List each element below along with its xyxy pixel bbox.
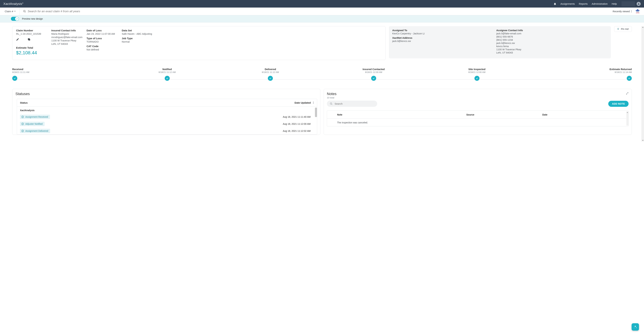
avatar-icon[interactable] [636, 2, 641, 6]
recently-viewed-menu[interactable]: Recently viewed [613, 10, 632, 13]
xactnet-value: jack.li@kevco.xw [392, 40, 493, 42]
claim-search-input[interactable] [27, 10, 613, 13]
add-note-button[interactable]: ADD NOTE [608, 101, 628, 107]
timeline-check-icon [268, 76, 273, 81]
search-bar: Claim # Recently viewed Safe HAVEN [0, 8, 644, 15]
claim-selector-label: Claim # [5, 10, 13, 13]
timeline-check-icon [371, 76, 376, 81]
status-chip-label: Assignment Received [25, 116, 48, 118]
page-scrollbar[interactable] [642, 26, 644, 142]
status-row: Assignment Delivered Aug 18, 2021 11:12:… [17, 128, 316, 134]
status-timeline: Received 8/18/21 11:11 AMNotified 8/18/2… [12, 68, 632, 74]
profile-name-placeholder [622, 1, 635, 6]
notes-col-date: Date [542, 113, 618, 116]
nav-reports[interactable]: Reports [579, 2, 588, 5]
timeline-step: Received 8/18/21 11:11 AM [12, 68, 116, 74]
timeline-step-date: 8/18/21 12:00 AM [365, 71, 382, 74]
svg-rect-1 [28, 38, 30, 40]
timeline-step-label: Received [12, 68, 23, 70]
preview-toggle[interactable] [11, 17, 19, 21]
status-col-date: Date Updated [294, 101, 311, 104]
note-row[interactable]: The inspection was canceled. [327, 118, 628, 126]
timeline-line [12, 79, 632, 80]
timeline-step: Insured Contacted 8/18/21 12:00 AM [322, 68, 425, 74]
statuses-panel: Statuses Status Date Updated XactAnalysi… [12, 89, 320, 135]
status-chip[interactable]: Adjuster Notified [20, 122, 44, 126]
pin-icon [617, 28, 619, 30]
data-set-value: Safe Haven - ABC Adjusting [122, 32, 382, 35]
status-chip-label: Assignment Delivered [25, 130, 48, 132]
timeline-step: Estimate Returned 8/18/21 11:14 AM [528, 68, 632, 74]
expand-icon[interactable] [626, 92, 628, 95]
svg-point-3 [22, 123, 24, 125]
claim-number-label: Claim Number [16, 29, 50, 32]
claim-type-selector[interactable]: Claim # [5, 8, 20, 15]
assigned-to-value: KevCo Carpentry - Jackson Li [392, 32, 493, 35]
claim-summary-card: Claim Number RL_1-24-2022_101539 Estimat… [12, 26, 386, 60]
profile-area[interactable] [622, 1, 641, 6]
status-scrollbar[interactable] [315, 108, 317, 117]
timeline-dots [12, 76, 632, 81]
type-of-loss-value: TORNADO [86, 40, 120, 43]
timeline-step: Site Inspected 8/18/21 12:00 AM [425, 68, 528, 74]
timeline-step-date: 8/18/21 11:11 AM [12, 71, 29, 74]
assignee-email: jack.li@fake-email.com [496, 32, 607, 35]
status-more-icon[interactable] [313, 102, 314, 104]
claim-number-value: RL_1-24-2022_101539 [16, 32, 50, 35]
timeline-check-icon [12, 76, 17, 81]
timeline-step-label: Notified [162, 68, 172, 70]
job-type-label: Job Type [122, 37, 382, 40]
type-of-loss-label: Type of Loss [86, 37, 120, 40]
preview-banner: Preview new design [0, 15, 644, 22]
date-of-loss-value: Jan 23, 2022 11:07:00 AM [86, 32, 120, 35]
svg-point-4 [22, 130, 24, 132]
insured-addr1: 1100 W Traverse Pkwy [51, 39, 85, 42]
nav-administration[interactable]: Administration [592, 2, 608, 5]
pin-button[interactable]: Pin me! [614, 26, 632, 32]
notes-table: Note Source Date The inspection was canc… [327, 110, 628, 126]
status-chip-label: Adjuster Notified [25, 122, 42, 125]
svg-point-2 [22, 116, 24, 118]
note-date [542, 121, 618, 124]
status-row: Assignment Received Aug 18, 2021 11:11:4… [17, 113, 316, 120]
bell-icon[interactable] [554, 2, 556, 5]
assignee-email2: jack.li@kevco.xw [496, 42, 607, 44]
status-chip[interactable]: Assignment Received [20, 115, 50, 119]
notes-scrollbar[interactable] [626, 111, 628, 126]
data-set-label: Data Set [122, 29, 382, 32]
timeline-check-icon [165, 76, 170, 81]
estimate-total-label: Estimate Total [16, 46, 50, 49]
status-chip[interactable]: Assignment Delivered [20, 129, 50, 133]
note-text: The inspection was canceled. [337, 121, 466, 124]
assignee-card: Assigned To KevCo Carpentry - Jackson Li… [389, 26, 611, 58]
estimate-total-value: $2,108.44 [16, 50, 50, 56]
status-date: Aug 18, 2021 11:11:40 AM [283, 116, 310, 118]
notes-col-note: Note [337, 113, 466, 116]
status-date: Aug 18, 2021 11:12:02 AM [283, 130, 310, 132]
status-date: Aug 18, 2021 11:12:00 AM [283, 122, 310, 125]
notes-title: Notes [327, 92, 632, 96]
status-group-label: XactAnalysis [17, 107, 316, 113]
assignee-phone2: (801) 555-1234 [496, 38, 607, 41]
insured-addr2: Lehi, UT 84043 [51, 42, 85, 45]
timeline-step: Delivered 8/18/21 11:12 AM [219, 68, 322, 74]
notes-search-input[interactable] [334, 102, 367, 105]
nav-help[interactable]: Help [612, 2, 617, 5]
timeline-check-icon [474, 76, 480, 81]
statuses-title: Statuses [16, 92, 320, 96]
edit-icon[interactable] [16, 38, 19, 41]
insured-contact-label: Insured Contact Info [51, 29, 85, 32]
copy-icon[interactable] [28, 38, 30, 41]
recently-viewed-label: Recently viewed [613, 10, 630, 13]
notes-search[interactable] [327, 100, 377, 107]
nav-assignments[interactable]: Assignments [560, 2, 575, 5]
timeline-step-label: Site Inspected [468, 68, 486, 70]
notes-col-source: Source [466, 113, 542, 116]
note-source [466, 121, 542, 124]
assignee-contact-label: Assignee Contact Info [496, 29, 607, 32]
timeline-step-label: Delivered [265, 68, 276, 70]
job-type-value: Normal [122, 40, 382, 43]
notes-subtitle: 10 total [327, 96, 632, 99]
pin-label: Pin me! [621, 28, 629, 30]
timeline-step-label: Insured Contacted [362, 68, 385, 70]
